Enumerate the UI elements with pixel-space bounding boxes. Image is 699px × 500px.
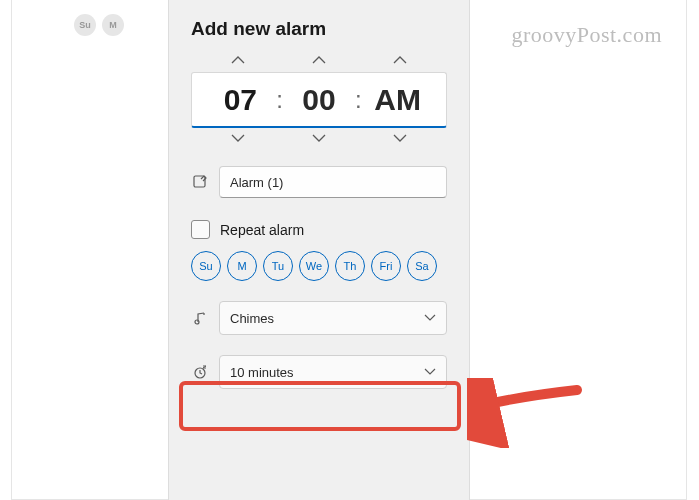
repeat-row: Repeat alarm xyxy=(191,220,447,239)
music-note-icon xyxy=(191,309,209,327)
sound-row: Chimes xyxy=(191,301,447,335)
ampm-down-button[interactable] xyxy=(370,132,430,146)
repeat-checkbox[interactable] xyxy=(191,220,210,239)
day-selector: Su M Tu We Th Fri Sa xyxy=(191,251,447,281)
time-down-arrows xyxy=(191,132,447,146)
day-sa[interactable]: Sa xyxy=(407,251,437,281)
ampm-value[interactable]: AM xyxy=(368,83,428,117)
snooze-value: 10 minutes xyxy=(230,365,294,380)
day-m[interactable]: M xyxy=(227,251,257,281)
time-colon-2: : xyxy=(355,86,362,114)
snooze-icon xyxy=(191,363,209,381)
time-picker[interactable]: 07 : 00 : AM xyxy=(191,72,447,128)
annotation-arrow xyxy=(467,378,597,448)
bg-day-su: Su xyxy=(74,14,96,36)
snooze-row: 10 minutes xyxy=(191,355,447,389)
app-frame: Su M groovyPost.com Add new alarm 07 : 0… xyxy=(11,0,687,500)
sound-value: Chimes xyxy=(230,311,274,326)
hour-down-button[interactable] xyxy=(208,132,268,146)
day-fr[interactable]: Fri xyxy=(371,251,401,281)
edit-icon xyxy=(191,173,209,191)
day-th[interactable]: Th xyxy=(335,251,365,281)
bg-day-m: M xyxy=(102,14,124,36)
ampm-up-button[interactable] xyxy=(370,54,430,68)
alarm-name-input[interactable] xyxy=(219,166,447,198)
snooze-select[interactable]: 10 minutes xyxy=(219,355,447,389)
watermark-text: groovyPost.com xyxy=(511,22,662,48)
alarm-name-row xyxy=(191,166,447,198)
sound-select[interactable]: Chimes xyxy=(219,301,447,335)
chevron-down-icon xyxy=(424,366,436,378)
day-we[interactable]: We xyxy=(299,251,329,281)
hour-value[interactable]: 07 xyxy=(210,83,270,117)
background-day-pills: Su M xyxy=(74,14,124,36)
panel-title: Add new alarm xyxy=(191,18,447,40)
day-tu[interactable]: Tu xyxy=(263,251,293,281)
time-up-arrows xyxy=(191,54,447,68)
minute-value[interactable]: 00 xyxy=(289,83,349,117)
repeat-label: Repeat alarm xyxy=(220,222,304,238)
minute-up-button[interactable] xyxy=(289,54,349,68)
svg-rect-0 xyxy=(194,176,205,187)
hour-up-button[interactable] xyxy=(208,54,268,68)
time-colon: : xyxy=(276,86,283,114)
add-alarm-panel: Add new alarm 07 : 00 : AM xyxy=(168,0,470,500)
chevron-down-icon xyxy=(424,312,436,324)
minute-down-button[interactable] xyxy=(289,132,349,146)
day-su[interactable]: Su xyxy=(191,251,221,281)
